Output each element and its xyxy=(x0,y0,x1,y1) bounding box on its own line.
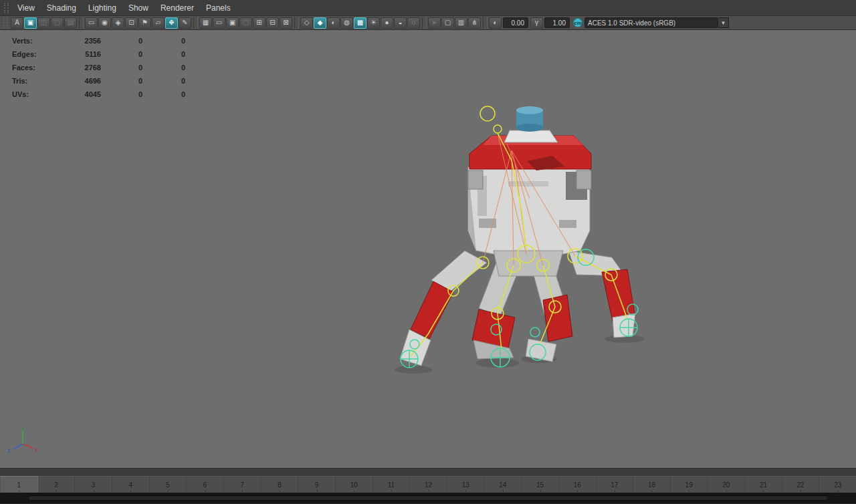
maya-viewport-panel: View Shading Lighting Show Renderer Pane… xyxy=(0,0,856,504)
range-slider-handle[interactable] xyxy=(28,495,828,501)
color-management-icon[interactable]: cm xyxy=(573,18,582,27)
frame-tick[interactable]: 23 xyxy=(819,477,856,493)
frame-tick[interactable]: 10 xyxy=(335,477,372,493)
frame-tick[interactable]: 8 xyxy=(261,477,298,493)
resolution-gate-icon[interactable]: ▣ xyxy=(226,17,239,29)
menu-show[interactable]: Show xyxy=(122,1,154,15)
menu-panels[interactable]: Panels xyxy=(200,1,237,15)
grid-icon[interactable]: ▦ xyxy=(199,17,212,29)
safe-title-icon[interactable]: ⊠ xyxy=(280,17,292,29)
wireframe-icon[interactable]: ◇ xyxy=(300,17,313,29)
viewport-3d[interactable]: Verts: 2356 0 0 Edges: 5116 0 0 Faces: 2… xyxy=(0,30,856,468)
frame-tick[interactable]: 4 xyxy=(112,477,149,493)
frame-number: 8 xyxy=(278,481,282,489)
blue-cylinder xyxy=(516,106,543,132)
frame-tick[interactable]: 12 xyxy=(409,477,447,493)
menu-lighting[interactable]: Lighting xyxy=(82,1,122,15)
wireframe-on-shaded-icon[interactable]: ▩ xyxy=(354,17,366,29)
axis-y-label: y xyxy=(21,424,24,431)
frame-tick[interactable]: 16 xyxy=(558,477,596,493)
bookmark-icon[interactable]: ⚑ xyxy=(138,17,151,29)
film-gate-icon[interactable]: ▭ xyxy=(213,17,225,29)
select-camera-icon[interactable]: ◉ xyxy=(98,17,111,29)
frame-tick[interactable]: 17 xyxy=(596,477,633,493)
mask-hierarchy-icon[interactable]: ◫ xyxy=(37,17,50,29)
time-slider[interactable]: 1 2 3 4 5 6 7 xyxy=(0,476,856,493)
camera-attributes-icon[interactable]: ⊡ xyxy=(125,17,138,29)
frame-tick[interactable]: 19 xyxy=(670,477,708,493)
hud-other: 0 xyxy=(142,90,185,98)
motion-blur-icon[interactable]: ◌ xyxy=(407,17,420,29)
toolbar-separator[interactable] xyxy=(79,17,84,29)
chevron-down-icon[interactable]: ▼ xyxy=(718,17,729,28)
hud-selected: 0 xyxy=(101,37,142,45)
image-plane-icon[interactable]: ▱ xyxy=(152,17,165,29)
smooth-shade-icon[interactable]: ◆ xyxy=(314,17,326,29)
cursor-select-icon[interactable]: ➤ xyxy=(428,17,441,29)
ambient-occlusion-icon[interactable]: ◒ xyxy=(394,17,407,29)
isolate-select-icon[interactable]: ▢ xyxy=(441,17,454,29)
hud-total: 5116 xyxy=(51,50,101,58)
exposure-field[interactable]: 0.00 xyxy=(503,17,528,28)
gamma-field[interactable]: 1.00 xyxy=(544,17,570,28)
two-d-pan-zoom-icon[interactable]: ✥ xyxy=(165,17,178,29)
toolbar-separator[interactable] xyxy=(422,17,427,29)
textured-icon[interactable]: ◐ xyxy=(327,17,340,29)
frame-tick[interactable]: 20 xyxy=(707,477,744,493)
shadows-icon[interactable]: ● xyxy=(381,17,393,29)
safe-action-icon[interactable]: ⊟ xyxy=(266,17,279,29)
select-tool-icon[interactable]: A xyxy=(11,17,23,29)
grease-pencil-icon[interactable]: ✎ xyxy=(179,17,191,29)
hud-total: 2768 xyxy=(51,64,101,72)
frame-tick[interactable]: 5 xyxy=(149,477,187,493)
gamma-icon[interactable]: γ xyxy=(530,17,543,29)
frame-tick[interactable]: 21 xyxy=(744,477,782,493)
frame-tick[interactable]: 11 xyxy=(372,477,410,493)
menubar-grip[interactable] xyxy=(4,3,9,13)
toolbar-separator[interactable] xyxy=(193,17,198,29)
frame-tick[interactable]: 2 xyxy=(37,477,75,493)
frame-tick[interactable]: 7 xyxy=(223,477,261,493)
clapboard-icon[interactable]: ▭ xyxy=(85,17,98,29)
highlight-selection-icon[interactable]: ▣ xyxy=(24,17,37,29)
frame-tick[interactable]: 18 xyxy=(633,477,670,493)
hud-label: Verts: xyxy=(12,37,51,45)
frame-number: 23 xyxy=(834,481,841,489)
mask-component-icon[interactable]: ▤ xyxy=(64,17,77,29)
colorspace-dropdown[interactable]: ACES 1.0 SDR-video (sRGB) xyxy=(584,17,718,28)
frame-number: 11 xyxy=(388,481,395,489)
frame-number: 10 xyxy=(350,481,358,489)
frame-number: 3 xyxy=(92,481,96,489)
menu-view[interactable]: View xyxy=(11,1,41,15)
frame-tick[interactable]: 15 xyxy=(521,477,558,493)
frame-tick[interactable]: 1 xyxy=(0,477,37,493)
frame-tick[interactable]: 9 xyxy=(298,477,335,493)
menu-shading[interactable]: Shading xyxy=(41,1,82,15)
frame-tick[interactable]: 22 xyxy=(782,477,819,493)
toolbar-icons: A ▣ ◫ ▢ ▤ ▭ ◉ ◈ ⊡ ⚑ ▱ xyxy=(11,17,489,29)
axis-x-label: x xyxy=(35,447,38,453)
frame-tick[interactable]: 3 xyxy=(74,477,112,493)
x-ray-joints-icon[interactable]: ⋔ xyxy=(468,17,481,29)
frame-number: 20 xyxy=(722,481,730,489)
toolbar-separator[interactable] xyxy=(483,17,488,29)
x-ray-icon[interactable]: ▥ xyxy=(455,17,467,29)
toolbar-separator[interactable] xyxy=(294,17,299,29)
field-chart-icon[interactable]: ⊞ xyxy=(253,17,265,29)
mask-object-icon[interactable]: ▢ xyxy=(51,17,64,29)
frame-tick[interactable]: 6 xyxy=(186,477,223,493)
toolbar-grip[interactable] xyxy=(3,17,8,28)
exposure-icon[interactable]: ◐ xyxy=(489,17,502,29)
range-slider[interactable] xyxy=(0,493,856,503)
hud-label: Edges: xyxy=(12,50,51,58)
menu-renderer[interactable]: Renderer xyxy=(154,1,200,15)
frame-tick[interactable]: 13 xyxy=(447,477,484,493)
lock-camera-icon[interactable]: ◈ xyxy=(112,17,124,29)
world-axis-gizmo: y x z xyxy=(5,424,40,456)
hud-selected: 0 xyxy=(101,64,142,72)
use-default-material-icon[interactable]: ◍ xyxy=(340,17,353,29)
frame-number: 14 xyxy=(499,481,506,489)
gate-mask-icon[interactable]: ▢ xyxy=(239,17,252,29)
frame-tick[interactable]: 14 xyxy=(484,477,522,493)
use-all-lights-icon[interactable]: ☀ xyxy=(367,17,380,29)
